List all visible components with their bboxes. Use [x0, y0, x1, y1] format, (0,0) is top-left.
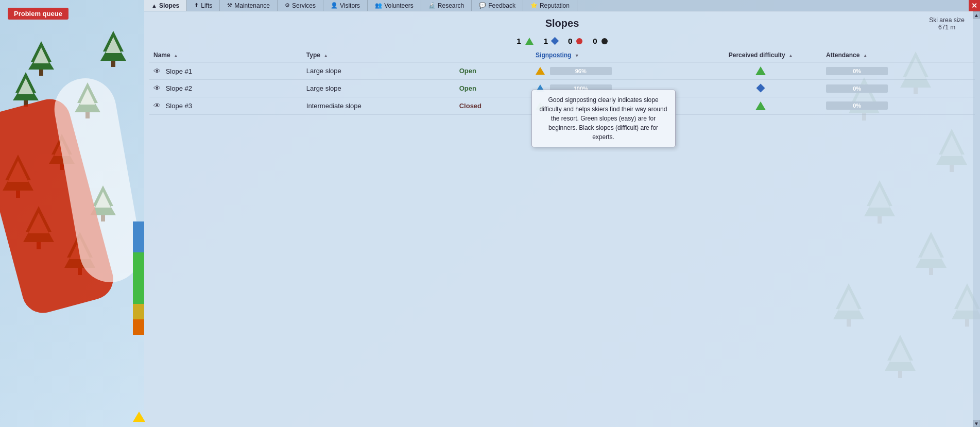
slope1-signpost-warning-icon: [536, 67, 545, 75]
volunteers-nav-icon: 👥: [375, 2, 382, 9]
slope1-visibility-toggle[interactable]: 👁: [153, 67, 161, 75]
nav-services-label: Services: [292, 2, 316, 9]
slope1-signpost-cell: 96%: [531, 62, 700, 80]
slope1-type: Large slope: [306, 67, 341, 75]
slope1-difficulty-cell: [700, 62, 822, 80]
signpost-sort-icon: ▼: [575, 53, 579, 58]
type-sort-icon: ▲: [323, 53, 328, 58]
red-circle-icon: [576, 38, 582, 44]
reputation-nav-icon: ⭐: [530, 2, 538, 9]
ski-area-value: 671 m: [929, 24, 965, 31]
nav-slopes-label: Slopes: [159, 2, 179, 9]
slope2-difficulty-icon-container: [704, 85, 818, 91]
panel-title: Slopes: [154, 18, 970, 29]
red-count: 0: [568, 37, 572, 45]
slope3-name: Slope #3: [166, 102, 192, 110]
maintenance-nav-icon: ⚒: [227, 2, 232, 9]
nav-feedback-label: Feedback: [488, 2, 515, 9]
slope3-difficulty-icon-container: [704, 101, 818, 110]
top-nav: ▲ Slopes ⬆ Lifts ⚒ Maintenance ⚙ Service…: [144, 0, 980, 11]
black-count: 0: [593, 37, 597, 45]
visitors-nav-icon: 👤: [331, 2, 338, 9]
slope2-visibility-toggle[interactable]: 👁: [153, 84, 161, 92]
research-nav-icon: 🔬: [428, 2, 436, 9]
nav-reputation-label: Reputation: [540, 2, 570, 9]
green-triangle-icon: [525, 38, 534, 45]
slope1-progress-bar: 96%: [550, 67, 612, 75]
scrollbar-track: [973, 19, 980, 420]
slope1-status: Open: [459, 67, 476, 75]
slope2-type-cell: Large slope: [302, 80, 455, 97]
slope1-progress-text: 96%: [550, 67, 612, 75]
nav-tab-visitors[interactable]: 👤 Visitors: [323, 0, 368, 11]
bottom-alert: [133, 412, 145, 422]
problem-queue-badge[interactable]: Problem queue: [8, 8, 68, 20]
slope3-attendance-text: 0%: [826, 101, 888, 110]
col-difficulty[interactable]: Perceived difficulty ▲: [700, 48, 822, 62]
blue-diamond-icon: [551, 37, 559, 45]
blue-count: 1: [544, 37, 548, 45]
nav-tab-maintenance[interactable]: ⚒ Maintenance: [220, 0, 278, 11]
nav-tab-research[interactable]: 🔬 Research: [421, 0, 472, 11]
slopes-nav-icon: ▲: [151, 3, 157, 9]
close-icon: ✕: [971, 2, 977, 10]
tooltip-text: Good signposting clearly indicates slope…: [540, 96, 667, 141]
panel-scrollbar: ▲ ▼: [973, 11, 980, 427]
table-row[interactable]: 👁 Slope #1 Large slope Open 9: [149, 62, 975, 80]
nav-volunteers-label: Volunteers: [384, 2, 414, 9]
slope3-status: Closed: [459, 102, 482, 110]
stats-row: 1 1 0 0: [144, 33, 980, 48]
close-panel-button[interactable]: ✕: [969, 0, 980, 11]
slope1-status-cell: Open: [455, 62, 531, 80]
col-status: [455, 48, 531, 62]
alert-triangle-icon: [133, 412, 145, 422]
slopes-table-container[interactable]: Good signposting clearly indicates slope…: [144, 48, 980, 427]
problem-queue-label: Problem queue: [14, 10, 62, 18]
slope1-attendance-bar: 0%: [826, 67, 888, 75]
slope1-name-cell: 👁 Slope #1: [149, 62, 302, 80]
slope2-attendance-cell: 0%: [822, 80, 975, 97]
ski-area-label: Ski area size: [929, 16, 965, 24]
nav-tab-feedback[interactable]: 💬 Feedback: [472, 0, 523, 11]
nav-tab-reputation[interactable]: ⭐ Reputation: [523, 0, 577, 11]
green-count: 1: [517, 37, 521, 45]
attendance-sort-icon: ▲: [863, 53, 868, 58]
col-attendance[interactable]: Attendance ▲: [822, 48, 975, 62]
black-circle-icon: [601, 38, 608, 44]
slope1-attendance-cell: 0%: [822, 62, 975, 80]
services-nav-icon: ⚙: [285, 2, 290, 9]
slope2-status-cell: Open: [455, 80, 531, 97]
color-bar-blue: [133, 221, 144, 252]
slope3-difficulty-triangle-icon: [755, 101, 766, 110]
slope3-name-cell: 👁 Slope #3: [149, 97, 302, 114]
slope2-attendance-text: 0%: [826, 84, 888, 93]
col-signposting[interactable]: Signposting ▼: [531, 48, 700, 62]
slope3-type-cell: Intermediate slope: [302, 97, 455, 114]
slope2-attendance-bar: 0%: [826, 84, 888, 93]
scrollbar-up-button[interactable]: ▲: [973, 11, 980, 19]
slope1-difficulty-icon-container: [704, 66, 818, 75]
feedback-nav-icon: 💬: [479, 2, 486, 9]
nav-tab-volunteers[interactable]: 👥 Volunteers: [368, 0, 421, 11]
panel-header: Slopes Ski area size 671 m: [144, 11, 980, 33]
table-header: Name ▲ Type ▲ Signposting ▼ Perceived di…: [149, 48, 975, 62]
nav-tab-slopes[interactable]: ▲ Slopes: [144, 0, 187, 11]
elevation-color-bar: [133, 221, 144, 350]
nav-maintenance-label: Maintenance: [234, 2, 270, 9]
lifts-nav-icon: ⬆: [194, 2, 199, 9]
slope2-status: Open: [459, 84, 476, 92]
nav-research-label: Research: [438, 2, 464, 9]
slope3-type: Intermediate slope: [306, 102, 362, 110]
slope3-visibility-toggle[interactable]: 👁: [153, 101, 161, 110]
slope2-difficulty-diamond-icon: [757, 84, 765, 93]
name-sort-icon: ▲: [174, 53, 178, 58]
slope1-difficulty-triangle-icon: [755, 66, 766, 75]
nav-tab-services[interactable]: ⚙ Services: [278, 0, 323, 11]
slope2-name: Slope #2: [166, 84, 192, 92]
nav-tab-lifts[interactable]: ⬆ Lifts: [187, 0, 220, 11]
col-type[interactable]: Type ▲: [302, 48, 455, 62]
main-panel: Slopes Ski area size 671 m 1 1 0 0 Good …: [144, 11, 980, 427]
col-name[interactable]: Name ▲: [149, 48, 302, 62]
slope3-attendance-bar: 0%: [826, 101, 888, 110]
scrollbar-down-button[interactable]: ▼: [973, 420, 980, 427]
